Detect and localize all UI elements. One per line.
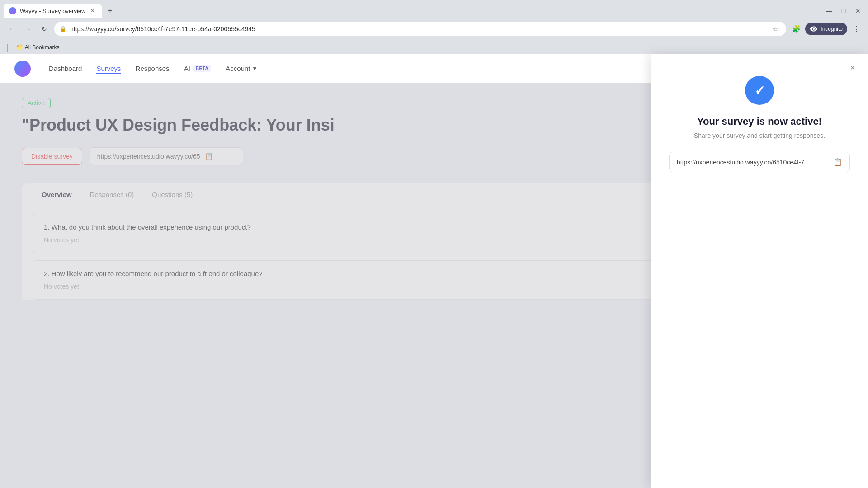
incognito-icon [810, 25, 818, 33]
address-bar[interactable]: 🔒 https://wayyy.co/survey/6510ce4f-7e97-… [54, 22, 786, 36]
tab-favicon [9, 7, 16, 14]
back-button[interactable]: ← [5, 23, 18, 35]
bookmarks-label: All Bookmarks [25, 44, 60, 51]
success-icon-circle: ✓ [745, 76, 774, 105]
toolbar-actions: 🧩 Incognito ⋮ [790, 23, 863, 35]
modal-url-text: https://uxperiencestudio.wayyy.co/6510ce… [677, 159, 829, 166]
chevron-down-icon: ▼ [252, 66, 258, 72]
bookmarks-bar: | 📁 All Bookmarks [0, 40, 868, 54]
tab-close-button[interactable]: ✕ [89, 7, 96, 14]
incognito-badge: Incognito [805, 23, 847, 35]
url-text: https://wayyy.co/survey/6510ce4f-7e97-11… [70, 25, 766, 33]
refresh-button[interactable]: ↻ [38, 23, 51, 35]
incognito-label: Incognito [821, 26, 843, 32]
modal-copy-button[interactable]: 📋 [833, 158, 842, 166]
close-window-button[interactable]: ✕ [852, 5, 864, 17]
window-controls: — □ ✕ [823, 5, 864, 17]
modal-url-box: https://uxperiencestudio.wayyy.co/6510ce… [669, 152, 850, 172]
nav-account-label: Account [226, 63, 250, 74]
address-bar-row: ← → ↻ 🔒 https://wayyy.co/survey/6510ce4f… [0, 18, 868, 40]
lock-icon: 🔒 [60, 26, 66, 32]
address-actions: ☆ [770, 23, 781, 34]
folder-icon: 📁 [16, 44, 23, 51]
restore-button[interactable]: □ [837, 5, 850, 17]
nav-ai[interactable]: AI BETA [184, 63, 212, 74]
tab-title: Wayyy - Survey overview [20, 8, 85, 14]
browser-chrome: Wayyy - Survey overview ✕ + — □ ✕ ← → ↻ … [0, 0, 868, 54]
nav-account[interactable]: Account ▼ [226, 63, 257, 74]
tab-bar: Wayyy - Survey overview ✕ + — □ ✕ [0, 0, 868, 18]
extensions-button[interactable]: 🧩 [790, 23, 802, 35]
nav-ai-label: AI [184, 65, 190, 72]
bookmark-separator: | [6, 42, 9, 52]
modal-title: Your survey is now active! [697, 116, 822, 127]
nav-surveys[interactable]: Surveys [96, 63, 121, 74]
new-tab-button[interactable]: + [104, 5, 116, 17]
bookmark-star-button[interactable]: ☆ [770, 23, 781, 34]
modal-panel: × ✓ Your survey is now active! Share you… [651, 54, 868, 488]
checkmark-icon: ✓ [755, 83, 765, 98]
menu-button[interactable]: ⋮ [850, 23, 863, 35]
nav-dashboard[interactable]: Dashboard [49, 63, 82, 74]
modal-subtitle: Share your survey and start getting resp… [694, 132, 825, 139]
bookmarks-folder[interactable]: 📁 All Bookmarks [13, 43, 62, 52]
modal-close-button[interactable]: × [846, 61, 859, 74]
nav-responses[interactable]: Responses [136, 63, 170, 74]
beta-badge: BETA [193, 65, 211, 72]
minimize-button[interactable]: — [823, 5, 835, 17]
app-logo[interactable] [14, 61, 31, 77]
forward-button[interactable]: → [22, 23, 34, 35]
active-tab[interactable]: Wayyy - Survey overview ✕ [4, 4, 102, 18]
